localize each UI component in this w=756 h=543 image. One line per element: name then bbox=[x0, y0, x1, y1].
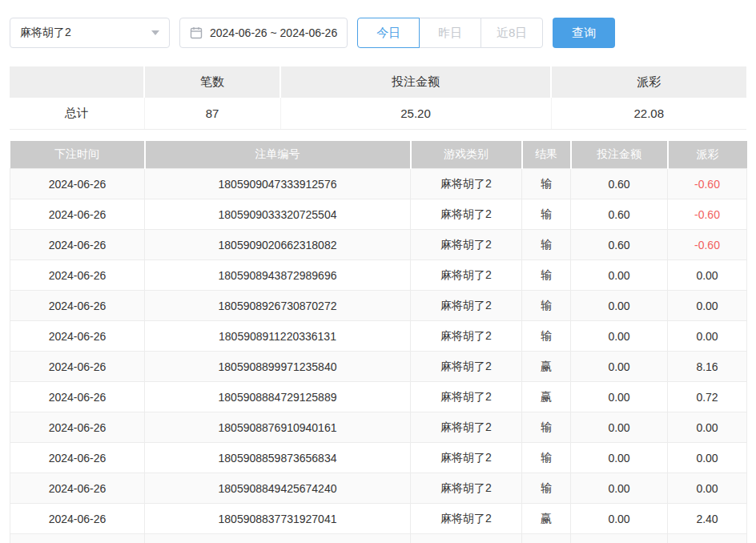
cell-order-id: 1805908926730870272 bbox=[145, 291, 411, 321]
cell-game: 麻将胡了2 bbox=[411, 230, 522, 260]
cell-time: 2024-06-26 bbox=[10, 352, 145, 382]
betting-records-page: 麻将胡了2 2024-06-26 ~ 2024-06-26 今日昨日近8日 查询… bbox=[0, 0, 756, 543]
cell-game: 麻将胡了2 bbox=[411, 291, 522, 321]
cell-result: 输 bbox=[522, 199, 571, 230]
cell-time: 2024-06-26 bbox=[10, 412, 145, 443]
cell-bet: 0.60 bbox=[571, 169, 668, 199]
cell-game: 麻将胡了2 bbox=[411, 321, 522, 352]
table-row: 2024-06-261805908911220336131麻将胡了2输0.000… bbox=[10, 321, 747, 352]
cell-game: 麻将胡了2 bbox=[411, 169, 522, 199]
summary-total-bet-amount: 25.20 bbox=[280, 98, 551, 129]
column-header-game-type: 游戏类别 bbox=[411, 141, 522, 169]
cell-time: 2024-06-26 bbox=[10, 169, 145, 199]
summary-header-payout: 派彩 bbox=[551, 66, 746, 98]
cell-bet: 0.60 bbox=[571, 230, 668, 260]
cell-game: 麻将胡了2 bbox=[411, 504, 522, 534]
cell-game bbox=[411, 534, 522, 543]
cell-result: 赢 bbox=[522, 382, 571, 412]
cell-game: 麻将胡了2 bbox=[411, 199, 522, 230]
cell-result: 输 bbox=[522, 321, 571, 352]
column-header-bet-time: 下注时间 bbox=[10, 141, 145, 169]
cell-order-id: 1805908911220336131 bbox=[145, 321, 411, 352]
summary-total-row: 总计 87 25.20 22.08 bbox=[10, 98, 746, 129]
cell-result: 输 bbox=[522, 230, 571, 260]
cell-time: 2024-06-26 bbox=[10, 260, 145, 291]
cell-bet: 0.00 bbox=[571, 443, 668, 473]
table-row: 2024-06-261805909047333912576麻将胡了2输0.60-… bbox=[10, 169, 747, 199]
quick-button-today[interactable]: 今日 bbox=[357, 18, 420, 48]
cell-time: 2024-06-26 bbox=[10, 382, 145, 412]
quick-button-yesterday[interactable]: 昨日 bbox=[419, 18, 481, 48]
cell-payout: 0.00 bbox=[668, 291, 747, 321]
cell-order-id bbox=[145, 534, 411, 543]
quick-button-last8days[interactable]: 近8日 bbox=[481, 18, 543, 48]
cell-result bbox=[522, 534, 571, 543]
cell-time bbox=[10, 534, 145, 543]
game-select[interactable]: 麻将胡了2 bbox=[10, 18, 170, 48]
table-row: 2024-06-261805908876910940161麻将胡了2输0.000… bbox=[10, 412, 747, 443]
cell-result: 输 bbox=[522, 443, 571, 473]
cell-game: 麻将胡了2 bbox=[411, 473, 522, 504]
table-row: 2024-06-261805909020662318082麻将胡了2输0.60-… bbox=[10, 230, 747, 260]
cell-game: 麻将胡了2 bbox=[411, 412, 522, 443]
column-header-order-id: 注单编号 bbox=[145, 141, 411, 169]
cell-order-id: 1805909033320725504 bbox=[145, 199, 411, 230]
cell-time: 2024-06-26 bbox=[10, 230, 145, 260]
cell-result: 输 bbox=[522, 412, 571, 443]
cell-bet: 0.00 bbox=[571, 352, 668, 382]
chevron-down-icon bbox=[151, 30, 159, 35]
summary-header-row: 笔数 投注金额 派彩 bbox=[10, 66, 746, 98]
column-header-bet-amount: 投注金额 bbox=[571, 141, 668, 169]
cell-result: 输 bbox=[522, 473, 571, 504]
table-row: 2024-06-261805908837731927041麻将胡了2赢0.002… bbox=[10, 504, 747, 534]
cell-payout: -0.60 bbox=[668, 169, 747, 199]
summary-header-empty bbox=[10, 66, 144, 98]
summary-table: 笔数 投注金额 派彩 总计 87 25.20 22.08 bbox=[10, 66, 746, 130]
cell-bet: 0.60 bbox=[571, 199, 668, 230]
cell-result: 赢 bbox=[522, 352, 571, 382]
cell-order-id: 1805908849425674240 bbox=[145, 473, 411, 504]
cell-time: 2024-06-26 bbox=[10, 504, 145, 534]
cell-order-id: 1805908859873656834 bbox=[145, 443, 411, 473]
summary-total-label: 总计 bbox=[10, 98, 144, 129]
cell-game: 麻将胡了2 bbox=[411, 382, 522, 412]
table-row: 2024-06-261805908884729125889麻将胡了2赢0.000… bbox=[10, 382, 747, 412]
cell-bet: 0.00 bbox=[571, 504, 668, 534]
cell-bet: 0.00 bbox=[571, 412, 668, 443]
cell-payout: -0.60 bbox=[668, 199, 747, 230]
cell-payout: 2.40 bbox=[668, 504, 747, 534]
quick-date-buttons: 今日昨日近8日 bbox=[357, 18, 543, 48]
table-row: 2024-06-261805908899971235840麻将胡了2赢0.008… bbox=[10, 352, 747, 382]
cell-payout: 0.00 bbox=[668, 443, 747, 473]
column-header-payout: 派彩 bbox=[668, 141, 747, 169]
cell-order-id: 1805908943872989696 bbox=[145, 260, 411, 291]
cell-payout: -0.60 bbox=[668, 230, 747, 260]
cell-payout: 0.00 bbox=[668, 412, 747, 443]
cell-result: 赢 bbox=[522, 504, 571, 534]
search-button[interactable]: 查询 bbox=[553, 18, 615, 48]
cell-payout: 8.16 bbox=[668, 352, 747, 382]
date-range-value: 2024-06-26 ~ 2024-06-26 bbox=[210, 26, 337, 39]
cell-time: 2024-06-26 bbox=[10, 473, 145, 504]
column-header-result: 结果 bbox=[522, 141, 571, 169]
date-range-picker[interactable]: 2024-06-26 ~ 2024-06-26 bbox=[179, 18, 348, 48]
calendar-icon bbox=[190, 26, 203, 39]
cell-order-id: 1805908837731927041 bbox=[145, 504, 411, 534]
filter-toolbar: 麻将胡了2 2024-06-26 ~ 2024-06-26 今日昨日近8日 查询 bbox=[10, 18, 746, 48]
cell-time: 2024-06-26 bbox=[10, 443, 145, 473]
summary-total-payout: 22.08 bbox=[551, 98, 746, 129]
cell-game: 麻将胡了2 bbox=[411, 352, 522, 382]
cell-game: 麻将胡了2 bbox=[411, 260, 522, 291]
summary-total-count: 87 bbox=[144, 98, 280, 129]
records-body: 2024-06-261805909047333912576麻将胡了2输0.60-… bbox=[10, 169, 747, 543]
table-row: 2024-06-261805908849425674240麻将胡了2输0.000… bbox=[10, 473, 747, 504]
table-row: 2024-06-261805909033320725504麻将胡了2输0.60-… bbox=[10, 199, 747, 230]
cell-payout: 0.00 bbox=[668, 473, 747, 504]
records-header-row: 下注时间 注单编号 游戏类别 结果 投注金额 派彩 bbox=[10, 141, 747, 169]
cell-bet: 0.00 bbox=[571, 382, 668, 412]
cell-result: 输 bbox=[522, 169, 571, 199]
cell-bet: 0.00 bbox=[571, 321, 668, 352]
cell-order-id: 1805908876910940161 bbox=[145, 412, 411, 443]
cell-time: 2024-06-26 bbox=[10, 291, 145, 321]
cell-payout: 0.72 bbox=[668, 382, 747, 412]
